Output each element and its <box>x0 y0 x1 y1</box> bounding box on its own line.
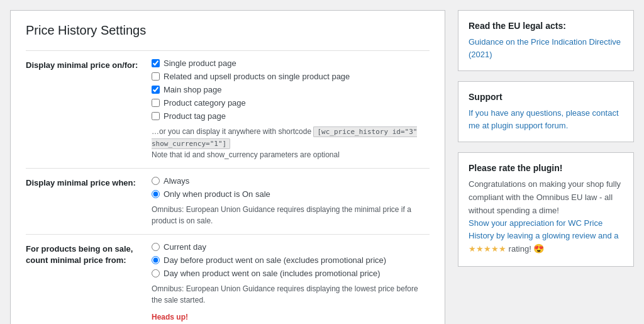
sidebar-eu-legal-link[interactable]: Guidance on the Price Indication Directi… <box>469 36 623 60</box>
row-label-count-from: For products being on sale, count minima… <box>26 242 152 266</box>
sidebar-rate-text: Congratulations on making your shop full… <box>469 178 623 256</box>
sidebar-box-eu-legal: Read the EU legal acts: Guidance on the … <box>458 10 634 71</box>
checkbox-related-upsell-label: Related and upsell products on single pr… <box>164 72 350 81</box>
sidebar-box-support-title: Support <box>469 92 623 102</box>
checkbox-main-shop-input[interactable] <box>152 86 160 94</box>
radio-always-label: Always <box>164 176 189 186</box>
radio-day-before-input[interactable] <box>152 256 160 264</box>
sidebar-support-link[interactable]: If you have any questions, please contac… <box>469 107 623 131</box>
settings-row-display-when: Display minimal price when: Always Only … <box>26 168 430 234</box>
rate-text-before: Congratulations on making your shop full… <box>469 179 621 215</box>
radio-day-when-label: Day when product went on sale (includes … <box>164 269 380 278</box>
radio-day-when: Day when product went on sale (includes … <box>152 269 430 278</box>
radio-current-day: Current day <box>152 242 430 252</box>
shortcode-suffix: Note that id and show_currency parameter… <box>152 150 340 159</box>
row-content-display-on-for: Single product page Related and upsell p… <box>152 59 430 160</box>
shortcode-note: …or you can display it anywhere with sho… <box>152 126 430 160</box>
checkbox-related-upsell: Related and upsell products on single pr… <box>152 72 430 81</box>
checkbox-product-category: Product category page <box>152 98 430 108</box>
checkbox-main-shop-label: Main shop page <box>164 85 222 94</box>
checkbox-single-product-label: Single product page <box>164 59 236 68</box>
checkbox-product-tag: Product tag page <box>152 111 430 121</box>
radio-current-day-input[interactable] <box>152 243 160 251</box>
radio-on-sale-input[interactable] <box>152 190 160 198</box>
checkbox-product-category-label: Product category page <box>164 98 246 108</box>
radio-day-before: Day before product went on sale (exclude… <box>152 255 430 265</box>
sidebar-box-rate: Please rate the plugin! Congratulations … <box>458 152 634 267</box>
checkbox-main-shop: Main shop page <box>152 85 430 94</box>
shortcode-prefix: …or you can display it anywhere with sho… <box>152 127 311 136</box>
radio-day-when-input[interactable] <box>152 269 160 277</box>
rate-link[interactable]: Show your appreciation for WC Price Hist… <box>469 217 623 242</box>
heads-up-label: Heads up! <box>152 313 188 321</box>
radio-always: Always <box>152 176 430 186</box>
radio-on-sale: Only when product is On sale <box>152 189 430 199</box>
checkbox-single-product: Single product page <box>152 59 430 68</box>
settings-row-count-from: For products being on sale, count minima… <box>26 234 430 324</box>
warning-section: Heads up! Option "Day when product went … <box>152 312 430 324</box>
rate-text-after: rating! <box>506 244 531 254</box>
main-content: Price History Settings Display minimal p… <box>10 10 445 324</box>
rate-stars: ★★★★★ <box>469 244 506 254</box>
row-content-count-from: Current day Day before product went on s… <box>152 242 430 324</box>
row-content-display-when: Always Only when product is On sale Omni… <box>152 176 430 226</box>
sidebar-box-rate-title: Please rate the plugin! <box>469 163 623 173</box>
checkbox-single-product-input[interactable] <box>152 59 160 67</box>
radio-day-before-label: Day before product went on sale (exclude… <box>164 255 386 265</box>
sidebar-box-support: Support If you have any questions, pleas… <box>458 81 634 142</box>
checkbox-product-category-input[interactable] <box>152 99 160 107</box>
row-label-display-when: Display minimal price when: <box>26 176 152 189</box>
sidebar: Read the EU legal acts: Guidance on the … <box>458 10 634 324</box>
checkbox-product-tag-label: Product tag page <box>164 111 226 121</box>
sidebar-box-eu-legal-title: Read the EU legal acts: <box>469 21 623 31</box>
omnibus-note-display-when: Omnibus: European Union Guidance require… <box>152 204 430 226</box>
omnibus-note-count-from: Omnibus: European Union Guidance require… <box>152 283 430 306</box>
page-title: Price History Settings <box>26 23 430 38</box>
checkbox-related-upsell-input[interactable] <box>152 72 160 81</box>
radio-on-sale-label: Only when product is On sale <box>164 189 270 199</box>
settings-row-display-on-for: Display minimal price on/for: Single pro… <box>26 50 430 168</box>
radio-current-day-label: Current day <box>164 242 206 252</box>
checkbox-product-tag-input[interactable] <box>152 112 160 120</box>
row-label-display-on-for: Display minimal price on/for: <box>26 59 152 71</box>
rate-emoji: 😍 <box>533 243 544 254</box>
radio-always-input[interactable] <box>152 177 160 185</box>
